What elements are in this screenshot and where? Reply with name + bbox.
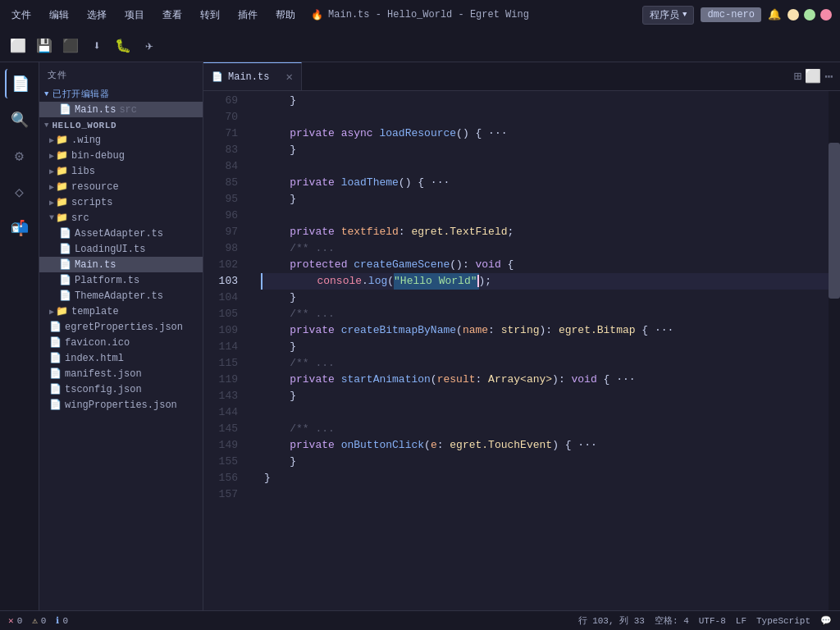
code-line-70: [261, 109, 829, 126]
new-icon: ⬜: [10, 38, 26, 54]
tree-item-egretProperties-json[interactable]: 📄egretProperties.json: [39, 319, 203, 335]
line-num-70: 70: [210, 109, 238, 126]
editor-more-icon[interactable]: ⋯: [824, 67, 833, 85]
status-info[interactable]: ℹ 0: [56, 615, 68, 626]
tree-item-AssetAdapter-ts[interactable]: 📄AssetAdapter.ts: [39, 226, 203, 241]
tree-item-LoadingUI-ts[interactable]: 📄LoadingUI.ts: [39, 241, 203, 257]
folder-icon: 📁: [56, 134, 68, 146]
toolbar-run-button[interactable]: ✈: [138, 34, 161, 57]
menu-item-插件[interactable]: 插件: [235, 7, 261, 24]
tree-item-label: tsconfig.json: [65, 384, 142, 395]
activity-extensions[interactable]: 📬: [5, 213, 34, 243]
activity-search[interactable]: 🔍: [5, 105, 34, 135]
code-content[interactable]: } private async loadResource() { ··· } p…: [261, 91, 829, 610]
line-num-71: 71: [210, 126, 238, 142]
code-editor[interactable]: 6970718384859596979810210310410510911411…: [203, 91, 840, 610]
activity-explorer[interactable]: 📄: [5, 69, 34, 98]
tree-item-manifest-json[interactable]: 📄manifest.json: [39, 366, 203, 381]
tree-item-bin-debug[interactable]: ▶📁bin-debug: [39, 148, 203, 163]
close-button[interactable]: ✕: [820, 9, 832, 21]
status-line-ending[interactable]: LF: [736, 614, 746, 627]
toolbar-new-button[interactable]: ⬜: [7, 34, 30, 57]
file-icon: 📄: [49, 336, 62, 349]
save-icon: 💾: [36, 38, 52, 54]
activity-settings[interactable]: ⚙: [5, 141, 34, 171]
minimize-button[interactable]: −: [788, 9, 799, 21]
username-badge[interactable]: dmc-nero: [701, 7, 761, 22]
menu-item-帮助[interactable]: 帮助: [272, 7, 299, 24]
open-file-main-ts[interactable]: 📄 Main.ts src: [39, 102, 203, 117]
toolbar-saveall-button[interactable]: ⬛: [59, 34, 82, 57]
folder-arrow-icon: ▶: [49, 182, 54, 192]
toolbar-download-button[interactable]: ⬇: [85, 34, 108, 57]
titlebar-left: 文件编辑选择项目查看转到插件帮助: [8, 7, 299, 24]
scrollbar-track[interactable]: [829, 91, 840, 610]
folder-icon: 📁: [56, 149, 68, 162]
editor-split-icon[interactable]: ⬜: [805, 68, 821, 84]
tree-item-wingProperties-json[interactable]: 📄wingProperties.json: [39, 397, 203, 413]
menu-item-选择[interactable]: 选择: [84, 7, 110, 24]
bell-icon[interactable]: 🔔: [768, 8, 781, 21]
tree-item-label: .wing: [71, 135, 101, 146]
code-line-119: private startAnimation(result: Array<any…: [261, 372, 829, 388]
menu-item-文件[interactable]: 文件: [8, 7, 34, 24]
user-role-badge[interactable]: 程序员 ▼: [642, 6, 694, 25]
info-count: 0: [62, 616, 68, 626]
status-left: ✕ 0 ⚠ 0 ℹ 0: [8, 615, 68, 626]
tab-label: Main.ts: [228, 71, 269, 83]
tree-item-ThemeAdapter-ts[interactable]: 📄ThemeAdapter.ts: [39, 288, 203, 304]
line-num-98: 98: [210, 240, 238, 257]
menu-item-查看[interactable]: 查看: [159, 7, 185, 24]
tree-item-label: manifest.json: [65, 368, 142, 380]
tree-item-resource[interactable]: ▶📁resource: [39, 179, 203, 194]
status-feedback[interactable]: 💬: [820, 614, 832, 627]
menu-item-项目[interactable]: 项目: [121, 7, 148, 24]
status-errors[interactable]: ✕ 0: [8, 615, 22, 626]
toolbar-save-button[interactable]: 💾: [33, 34, 56, 57]
tree-item-Main-ts[interactable]: 📄Main.ts: [39, 257, 203, 272]
activity-diamond[interactable]: ◇: [5, 177, 34, 207]
chevron-down-icon: ▼: [682, 11, 687, 19]
status-bar: ✕ 0 ⚠ 0 ℹ 0 行 103, 列 33 空格: 4 UTF-8 LF T…: [0, 610, 840, 630]
tab-close-button[interactable]: ✕: [286, 70, 293, 84]
extensions-icon: 📬: [11, 219, 29, 237]
editor-layout-icon[interactable]: ⊞: [794, 68, 802, 84]
menu-item-编辑[interactable]: 编辑: [46, 7, 72, 24]
menu-item-转到[interactable]: 转到: [197, 7, 223, 24]
tree-item-label: Platform.ts: [75, 275, 139, 286]
tree-item-index-html[interactable]: 📄index.html: [39, 350, 203, 366]
status-encoding[interactable]: UTF-8: [699, 614, 726, 627]
tree-item-template[interactable]: ▶📁template: [39, 304, 203, 319]
tree-item-tsconfig-json[interactable]: 📄tsconfig.json: [39, 381, 203, 397]
line-num-144: 144: [210, 404, 238, 421]
tab-main-ts[interactable]: 📄 Main.ts ✕: [203, 62, 302, 90]
status-language[interactable]: TypeScript: [756, 614, 810, 627]
line-num-69: 69: [210, 93, 238, 109]
folder-arrow-icon: ▶: [49, 198, 54, 208]
tree-item-Platform-ts[interactable]: 📄Platform.ts: [39, 272, 203, 288]
project-root-item[interactable]: ▼ HELLO_WORLD: [39, 117, 203, 132]
code-line-157: [261, 486, 829, 503]
files-icon: 📄: [11, 75, 30, 93]
line-num-149: 149: [210, 437, 238, 454]
line-num-119: 119: [210, 372, 238, 388]
code-line-149: private onButtonClick(e: egret.TouchEven…: [261, 437, 829, 454]
tree-item-label: LoadingUI.ts: [75, 244, 145, 255]
toolbar: ⬜ 💾 ⬛ ⬇ 🐛 ✈: [0, 30, 840, 62]
tree-item-src[interactable]: ▼📁src: [39, 210, 203, 226]
tree-item-scripts[interactable]: ▶📁scripts: [39, 194, 203, 210]
code-line-105: /** ...: [261, 306, 829, 322]
status-cursor[interactable]: 行 103, 列 33: [578, 614, 645, 627]
status-warnings[interactable]: ⚠ 0: [32, 615, 46, 626]
status-spaces[interactable]: 空格: 4: [655, 614, 689, 627]
tree-item-favicon-ico[interactable]: 📄favicon.ico: [39, 335, 203, 350]
tree-item--wing[interactable]: ▶📁.wing: [39, 132, 203, 148]
line-num-105: 105: [210, 306, 238, 322]
tree-item-libs[interactable]: ▶📁libs: [39, 163, 203, 179]
editor-area: 📄 Main.ts ✕ ⊞ ⬜ ⋯ 6970718384859596979810…: [203, 62, 840, 610]
saveall-icon: ⬛: [62, 38, 79, 54]
tree-item-label: wingProperties.json: [65, 399, 177, 411]
scrollbar-thumb[interactable]: [829, 143, 840, 299]
maximize-button[interactable]: □: [804, 9, 815, 21]
toolbar-debug-button[interactable]: 🐛: [112, 34, 135, 57]
